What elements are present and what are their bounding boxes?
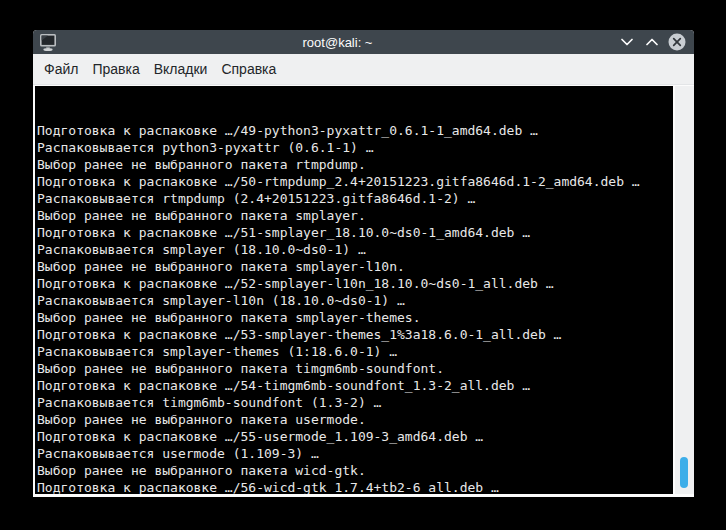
close-button[interactable] — [668, 33, 686, 51]
terminal-output: Подготовка к распаковке …/49-python3-pyx… — [37, 122, 673, 494]
window-content: Подготовка к распаковке …/49-python3-pyx… — [33, 85, 694, 497]
terminal-line: Выбор ранее не выбранного пакета wicd-gt… — [37, 462, 673, 479]
terminal-line: Подготовка к распаковке …/51-smplayer_18… — [37, 224, 673, 241]
terminal-line: Подготовка к распаковке …/56-wicd-gtk_1.… — [37, 479, 673, 494]
terminal-line: Распаковывается usermode (1.109-3) … — [37, 445, 673, 462]
window-title: root@kali: ~ — [57, 35, 618, 50]
konsole-monitor-icon — [39, 33, 57, 52]
terminal-line: Подготовка к распаковке …/52-smplayer-l1… — [37, 275, 673, 292]
close-icon — [668, 33, 686, 51]
chevron-down-icon — [621, 38, 633, 46]
terminal-line: Выбор ранее не выбранного пакета smplaye… — [37, 309, 673, 326]
terminal-window: root@kali: ~ Файл Правка — [33, 30, 694, 497]
menu-help[interactable]: Справка — [214, 57, 283, 81]
titlebar[interactable]: root@kali: ~ — [33, 30, 694, 54]
terminal-line: Выбор ранее не выбранного пакета rtmpdum… — [37, 156, 673, 173]
minimize-button[interactable] — [618, 33, 636, 51]
terminal-line: Распаковывается timgm6mb-soundfont (1.3-… — [37, 394, 673, 411]
window-controls — [618, 33, 686, 51]
menu-file[interactable]: Файл — [37, 57, 85, 81]
terminal-screen[interactable]: Подготовка к распаковке …/49-python3-pyx… — [35, 86, 673, 494]
terminal-scrollbar[interactable] — [673, 86, 694, 494]
maximize-button[interactable] — [643, 33, 661, 51]
menubar: Файл Правка Вкладки Справка — [33, 54, 694, 85]
terminal-line: Подготовка к распаковке …/54-timgm6mb-so… — [37, 377, 673, 394]
chevron-up-icon — [646, 38, 658, 46]
scrollbar-thumb[interactable] — [680, 457, 688, 488]
terminal-line: Распаковывается smplayer-themes (1:18.6.… — [37, 343, 673, 360]
terminal-line: Распаковывается rtmpdump (2.4+20151223.g… — [37, 190, 673, 207]
terminal-line: Подготовка к распаковке …/53-smplayer-th… — [37, 326, 673, 343]
terminal-line: Распаковывается smplayer (18.10.0~ds0-1)… — [37, 241, 673, 258]
terminal-line: Выбор ранее не выбранного пакета usermod… — [37, 411, 673, 428]
terminal-line: Выбор ранее не выбранного пакета smplaye… — [37, 258, 673, 275]
terminal-line: Выбор ранее не выбранного пакета smplaye… — [37, 207, 673, 224]
terminal-line: Распаковывается python3-pyxattr (0.6.1-1… — [37, 139, 673, 156]
terminal-line: Подготовка к распаковке …/49-python3-pyx… — [37, 122, 673, 139]
terminal-line: Распаковывается smplayer-l10n (18.10.0~d… — [37, 292, 673, 309]
menu-tabs[interactable]: Вкладки — [147, 57, 215, 81]
menu-edit[interactable]: Правка — [85, 57, 146, 81]
terminal-line: Подготовка к распаковке …/55-usermode_1.… — [37, 428, 673, 445]
terminal-line: Выбор ранее не выбранного пакета timgm6m… — [37, 360, 673, 377]
terminal-line: Подготовка к распаковке …/50-rtmpdump_2.… — [37, 173, 673, 190]
